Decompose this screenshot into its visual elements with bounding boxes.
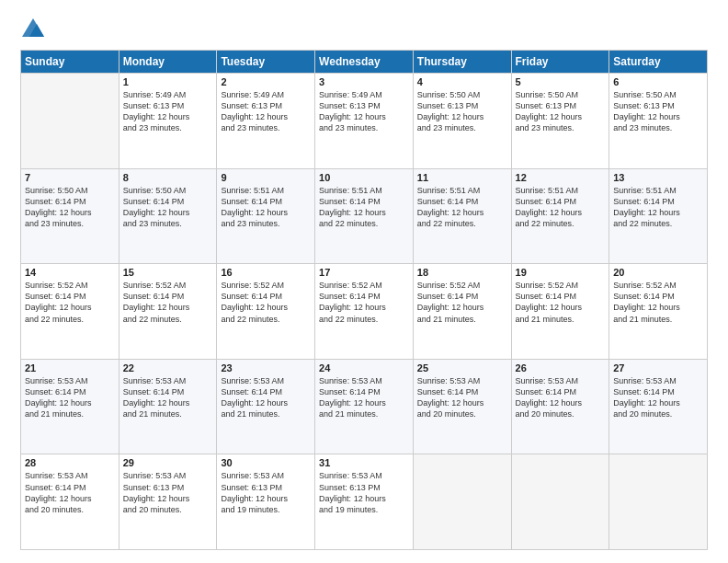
calendar-cell: 27Sunrise: 5:53 AM Sunset: 6:14 PM Dayli… xyxy=(609,359,708,454)
day-info: Sunrise: 5:52 AM Sunset: 6:14 PM Dayligh… xyxy=(25,280,115,325)
day-number: 18 xyxy=(417,267,507,278)
calendar-cell: 10Sunrise: 5:51 AM Sunset: 6:14 PM Dayli… xyxy=(315,168,414,264)
day-info: Sunrise: 5:50 AM Sunset: 6:14 PM Dayligh… xyxy=(25,185,115,230)
calendar-cell: 1Sunrise: 5:49 AM Sunset: 6:13 PM Daylig… xyxy=(119,74,217,169)
day-number: 6 xyxy=(613,76,703,87)
day-number: 14 xyxy=(25,267,115,278)
day-info: Sunrise: 5:53 AM Sunset: 6:14 PM Dayligh… xyxy=(25,375,115,420)
day-number: 11 xyxy=(417,172,507,183)
day-number: 19 xyxy=(516,267,606,278)
day-info: Sunrise: 5:49 AM Sunset: 6:13 PM Dayligh… xyxy=(123,89,213,134)
day-number: 2 xyxy=(221,76,311,87)
day-info: Sunrise: 5:52 AM Sunset: 6:14 PM Dayligh… xyxy=(613,280,703,325)
day-number: 15 xyxy=(123,267,213,278)
calendar-cell: 7Sunrise: 5:50 AM Sunset: 6:14 PM Daylig… xyxy=(21,168,119,264)
calendar-cell: 12Sunrise: 5:51 AM Sunset: 6:14 PM Dayli… xyxy=(511,168,609,264)
day-number: 3 xyxy=(319,76,409,87)
day-info: Sunrise: 5:52 AM Sunset: 6:14 PM Dayligh… xyxy=(319,280,409,325)
weekday-header-saturday: Saturday xyxy=(609,51,708,74)
day-number: 26 xyxy=(516,362,606,373)
weekday-header-row: SundayMondayTuesdayWednesdayThursdayFrid… xyxy=(21,51,708,74)
day-number: 29 xyxy=(123,457,213,468)
page: SundayMondayTuesdayWednesdayThursdayFrid… xyxy=(0,0,728,563)
weekday-header-tuesday: Tuesday xyxy=(217,51,315,74)
calendar-cell: 31Sunrise: 5:53 AM Sunset: 6:13 PM Dayli… xyxy=(315,454,414,550)
day-info: Sunrise: 5:53 AM Sunset: 6:14 PM Dayligh… xyxy=(613,375,703,420)
calendar-cell: 13Sunrise: 5:51 AM Sunset: 6:14 PM Dayli… xyxy=(609,168,708,264)
calendar-cell: 19Sunrise: 5:52 AM Sunset: 6:14 PM Dayli… xyxy=(511,264,609,360)
calendar-cell: 30Sunrise: 5:53 AM Sunset: 6:13 PM Dayli… xyxy=(217,454,315,550)
logo-icon xyxy=(20,17,46,42)
day-number: 21 xyxy=(25,362,115,373)
day-info: Sunrise: 5:50 AM Sunset: 6:13 PM Dayligh… xyxy=(417,89,507,134)
day-info: Sunrise: 5:51 AM Sunset: 6:14 PM Dayligh… xyxy=(417,185,507,230)
calendar-cell: 20Sunrise: 5:52 AM Sunset: 6:14 PM Dayli… xyxy=(609,264,708,360)
day-number: 5 xyxy=(516,76,606,87)
day-number: 13 xyxy=(613,172,703,183)
day-number: 30 xyxy=(221,457,311,468)
day-number: 23 xyxy=(221,362,311,373)
day-number: 22 xyxy=(123,362,213,373)
day-info: Sunrise: 5:53 AM Sunset: 6:14 PM Dayligh… xyxy=(417,375,507,420)
calendar-table: SundayMondayTuesdayWednesdayThursdayFrid… xyxy=(20,50,708,550)
week-row-1: 1Sunrise: 5:49 AM Sunset: 6:13 PM Daylig… xyxy=(21,74,708,169)
day-info: Sunrise: 5:52 AM Sunset: 6:14 PM Dayligh… xyxy=(123,280,213,325)
weekday-header-wednesday: Wednesday xyxy=(315,51,414,74)
day-number: 9 xyxy=(221,172,311,183)
week-row-5: 28Sunrise: 5:53 AM Sunset: 6:14 PM Dayli… xyxy=(21,454,708,550)
calendar-cell: 8Sunrise: 5:50 AM Sunset: 6:14 PM Daylig… xyxy=(119,168,217,264)
day-info: Sunrise: 5:51 AM Sunset: 6:14 PM Dayligh… xyxy=(613,185,703,230)
header xyxy=(20,17,708,42)
day-number: 28 xyxy=(25,457,115,468)
day-info: Sunrise: 5:53 AM Sunset: 6:14 PM Dayligh… xyxy=(319,375,409,420)
day-info: Sunrise: 5:51 AM Sunset: 6:14 PM Dayligh… xyxy=(221,185,311,230)
calendar-cell: 2Sunrise: 5:49 AM Sunset: 6:13 PM Daylig… xyxy=(217,74,315,169)
day-info: Sunrise: 5:50 AM Sunset: 6:13 PM Dayligh… xyxy=(516,89,606,134)
calendar-cell: 4Sunrise: 5:50 AM Sunset: 6:13 PM Daylig… xyxy=(413,74,511,169)
calendar-cell xyxy=(413,454,511,550)
week-row-2: 7Sunrise: 5:50 AM Sunset: 6:14 PM Daylig… xyxy=(21,168,708,264)
calendar-cell: 26Sunrise: 5:53 AM Sunset: 6:14 PM Dayli… xyxy=(511,359,609,454)
day-number: 1 xyxy=(123,76,213,87)
day-number: 25 xyxy=(417,362,507,373)
day-info: Sunrise: 5:53 AM Sunset: 6:13 PM Dayligh… xyxy=(319,470,409,515)
calendar-cell: 29Sunrise: 5:53 AM Sunset: 6:13 PM Dayli… xyxy=(119,454,217,550)
day-info: Sunrise: 5:51 AM Sunset: 6:14 PM Dayligh… xyxy=(516,185,606,230)
calendar-cell: 23Sunrise: 5:53 AM Sunset: 6:14 PM Dayli… xyxy=(217,359,315,454)
day-number: 16 xyxy=(221,267,311,278)
calendar-cell: 25Sunrise: 5:53 AM Sunset: 6:14 PM Dayli… xyxy=(413,359,511,454)
day-number: 17 xyxy=(319,267,409,278)
calendar-cell xyxy=(21,74,119,169)
day-number: 10 xyxy=(319,172,409,183)
day-number: 4 xyxy=(417,76,507,87)
logo xyxy=(20,17,50,42)
day-number: 27 xyxy=(613,362,703,373)
day-info: Sunrise: 5:53 AM Sunset: 6:13 PM Dayligh… xyxy=(221,470,311,515)
calendar-cell: 14Sunrise: 5:52 AM Sunset: 6:14 PM Dayli… xyxy=(21,264,119,360)
calendar-cell: 15Sunrise: 5:52 AM Sunset: 6:14 PM Dayli… xyxy=(119,264,217,360)
calendar-cell: 22Sunrise: 5:53 AM Sunset: 6:14 PM Dayli… xyxy=(119,359,217,454)
calendar-cell xyxy=(609,454,708,550)
day-number: 7 xyxy=(25,172,115,183)
calendar-cell: 5Sunrise: 5:50 AM Sunset: 6:13 PM Daylig… xyxy=(511,74,609,169)
day-info: Sunrise: 5:49 AM Sunset: 6:13 PM Dayligh… xyxy=(221,89,311,134)
day-info: Sunrise: 5:52 AM Sunset: 6:14 PM Dayligh… xyxy=(516,280,606,325)
day-info: Sunrise: 5:53 AM Sunset: 6:13 PM Dayligh… xyxy=(123,470,213,515)
calendar-cell: 6Sunrise: 5:50 AM Sunset: 6:13 PM Daylig… xyxy=(609,74,708,169)
day-info: Sunrise: 5:53 AM Sunset: 6:14 PM Dayligh… xyxy=(221,375,311,420)
calendar-cell xyxy=(511,454,609,550)
day-info: Sunrise: 5:52 AM Sunset: 6:14 PM Dayligh… xyxy=(221,280,311,325)
calendar-cell: 21Sunrise: 5:53 AM Sunset: 6:14 PM Dayli… xyxy=(21,359,119,454)
calendar-cell: 3Sunrise: 5:49 AM Sunset: 6:13 PM Daylig… xyxy=(315,74,414,169)
day-number: 20 xyxy=(613,267,703,278)
day-info: Sunrise: 5:53 AM Sunset: 6:14 PM Dayligh… xyxy=(25,470,115,515)
calendar-cell: 28Sunrise: 5:53 AM Sunset: 6:14 PM Dayli… xyxy=(21,454,119,550)
day-info: Sunrise: 5:53 AM Sunset: 6:14 PM Dayligh… xyxy=(516,375,606,420)
day-info: Sunrise: 5:50 AM Sunset: 6:14 PM Dayligh… xyxy=(123,185,213,230)
weekday-header-thursday: Thursday xyxy=(413,51,511,74)
weekday-header-friday: Friday xyxy=(511,51,609,74)
day-number: 12 xyxy=(516,172,606,183)
day-number: 31 xyxy=(319,457,409,468)
day-info: Sunrise: 5:49 AM Sunset: 6:13 PM Dayligh… xyxy=(319,89,409,134)
day-info: Sunrise: 5:52 AM Sunset: 6:14 PM Dayligh… xyxy=(417,280,507,325)
